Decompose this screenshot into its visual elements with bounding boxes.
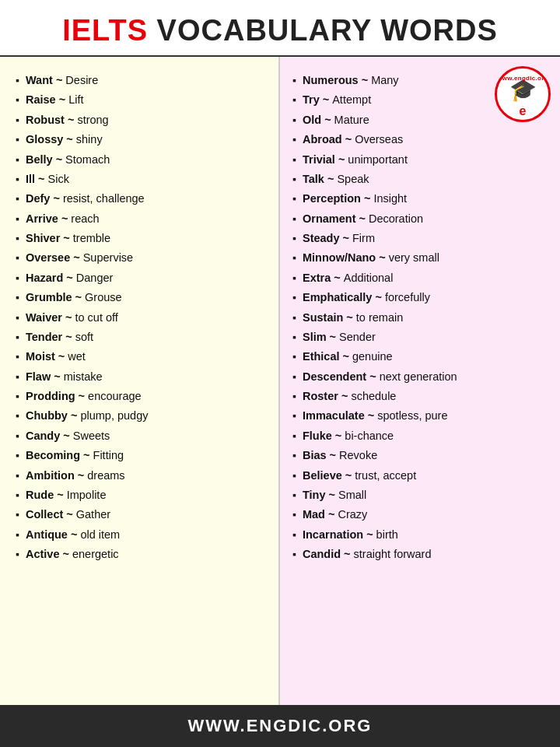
word-tilde: ~ xyxy=(66,268,72,288)
right-list-item: Talk ~ Speak xyxy=(292,170,552,189)
logo-e-letter: e xyxy=(520,104,527,118)
right-list-item: Slim ~ Sender xyxy=(292,328,552,347)
word-term: Abroad xyxy=(303,130,342,149)
word-tilde: ~ xyxy=(368,406,374,426)
word-definition: Sender xyxy=(339,328,376,347)
word-definition: Small xyxy=(338,486,366,505)
word-term: Bias xyxy=(303,446,327,465)
right-list-item: Steady ~ Firm xyxy=(292,229,552,248)
word-term: Ill xyxy=(26,170,35,189)
word-definition: Danger xyxy=(76,268,114,288)
word-definition: very small xyxy=(389,248,439,268)
right-list-item: Trivial ~ unimportant xyxy=(292,150,552,170)
left-list-item: Antique ~ old item xyxy=(16,525,271,545)
word-term: Try xyxy=(303,90,320,110)
word-tilde: ~ xyxy=(63,229,69,248)
word-tilde: ~ xyxy=(323,90,329,110)
page-footer: WWW.ENGDIC.ORG xyxy=(0,705,560,747)
right-list-item: Perception ~ Insight xyxy=(292,189,552,209)
left-list-item: Tender ~ soft xyxy=(16,328,271,347)
word-definition: Many xyxy=(371,71,398,90)
word-definition: Supervise xyxy=(83,248,133,268)
right-list-item: Ornament ~ Decoration xyxy=(292,209,552,229)
content-area: Want ~ DesireRaise ~ LiftRobust ~ strong… xyxy=(0,57,560,705)
word-definition: birth xyxy=(376,525,398,545)
word-definition: Attempt xyxy=(332,90,371,110)
word-term: Emphatically xyxy=(303,288,372,307)
engdic-logo: www.engdic.org 🎓 e xyxy=(495,66,551,122)
right-vocab-list: Numerous ~ ManyTry ~ AttemptOld ~ Mature… xyxy=(292,71,552,564)
right-list-item: Roster ~ schedule xyxy=(292,387,552,406)
word-definition: spotless, pure xyxy=(377,406,447,426)
word-tilde: ~ xyxy=(59,90,65,110)
word-term: Steady xyxy=(303,229,340,248)
word-term: Arrive xyxy=(26,209,58,229)
right-list-item: Extra ~ Additional xyxy=(292,268,552,288)
word-tilde: ~ xyxy=(63,545,69,564)
word-tilde: ~ xyxy=(71,406,77,426)
right-list-item: Abroad ~ Overseas xyxy=(292,130,552,149)
left-list-item: Want ~ Desire xyxy=(16,71,271,90)
word-term: Robust xyxy=(26,110,65,130)
left-list-item: Chubby ~ plump, pudgy xyxy=(16,406,271,426)
word-term: Immaculate xyxy=(303,406,365,426)
word-term: Ornament xyxy=(303,209,356,229)
footer-text: WWW.ENGDIC.ORG xyxy=(188,716,373,735)
word-term: Collect xyxy=(26,505,63,524)
word-tilde: ~ xyxy=(344,545,350,564)
word-term: Minnow/Nano xyxy=(303,248,376,268)
word-term: Talk xyxy=(303,170,324,189)
word-tilde: ~ xyxy=(364,189,370,209)
word-term: Fluke xyxy=(303,426,332,446)
word-tilde: ~ xyxy=(56,150,62,170)
word-tilde: ~ xyxy=(375,288,381,307)
word-term: Extra xyxy=(303,268,331,288)
word-tilde: ~ xyxy=(53,189,59,209)
word-term: Rude xyxy=(26,486,54,505)
word-term: Old xyxy=(303,110,321,130)
word-definition: wet xyxy=(68,347,86,366)
logo-top-text: www.engdic.org xyxy=(497,75,548,82)
word-definition: Decoration xyxy=(369,209,423,229)
word-tilde: ~ xyxy=(328,505,334,524)
word-definition: Lift xyxy=(68,90,83,110)
left-list-item: Defy ~ resist, challenge xyxy=(16,189,271,209)
word-term: Active xyxy=(26,545,60,564)
left-list-item: Prodding ~ encourage xyxy=(16,387,271,406)
right-list-item: Incarnation ~ birth xyxy=(292,525,552,545)
word-term: Waiver xyxy=(26,308,62,328)
word-term: Antique xyxy=(26,525,68,545)
word-tilde: ~ xyxy=(366,525,373,545)
word-term: Candid xyxy=(303,545,341,564)
word-term: Belly xyxy=(26,150,53,170)
left-list-item: Becoming ~ Fitting xyxy=(16,446,271,465)
word-term: Becoming xyxy=(26,446,80,465)
word-definition: strong xyxy=(77,110,108,130)
right-column: www.engdic.org 🎓 e Numerous ~ ManyTry ~ … xyxy=(280,57,560,705)
right-list-item: Candid ~ straight forward xyxy=(292,545,552,564)
word-definition: reach xyxy=(71,209,99,229)
right-list-item: Sustain ~ to remain xyxy=(292,308,552,328)
left-column: Want ~ DesireRaise ~ LiftRobust ~ strong… xyxy=(0,57,280,705)
word-tilde: ~ xyxy=(330,446,336,465)
left-list-item: Glossy ~ shiny xyxy=(16,130,271,149)
word-definition: encourage xyxy=(88,387,142,406)
word-term: Chubby xyxy=(26,406,68,426)
word-definition: shiny xyxy=(76,130,103,149)
word-term: Incarnation xyxy=(303,525,363,545)
word-tilde: ~ xyxy=(341,387,348,406)
word-tilde: ~ xyxy=(83,446,89,465)
word-term: Tender xyxy=(26,328,62,347)
word-tilde: ~ xyxy=(71,525,77,545)
word-definition: Insight xyxy=(373,189,407,209)
right-list-item: Emphatically ~ forcefully xyxy=(292,288,552,307)
word-definition: mistake xyxy=(64,367,103,387)
left-list-item: Shiver ~ tremble xyxy=(16,229,271,248)
word-tilde: ~ xyxy=(329,486,335,505)
left-list-item: Belly ~ Stomach xyxy=(16,150,271,170)
word-tilde: ~ xyxy=(75,288,82,307)
left-list-item: Ill ~ Sick xyxy=(16,170,271,189)
word-tilde: ~ xyxy=(63,426,69,446)
word-definition: straight forward xyxy=(354,545,432,564)
left-list-item: Ambition ~ dreams xyxy=(16,466,271,486)
